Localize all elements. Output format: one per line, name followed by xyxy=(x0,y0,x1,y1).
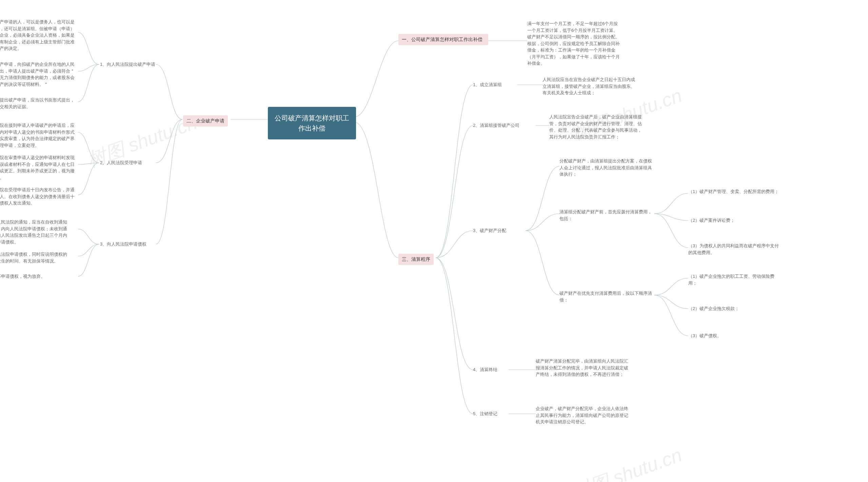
b3-n3-c3: 破产财产在优先支付清算费用后，按以下顺序清偿： xyxy=(559,290,654,303)
b3-n3-c3-i2: （2）破产企业拖欠税款； xyxy=(688,305,739,312)
watermark: 树图 shutu.cn xyxy=(569,442,686,482)
b3-n3-c2-i1: （1）破产财产管理、变卖、分配所需的费用； xyxy=(688,188,783,195)
mindmap-canvas: 树图 shutu.cn 树图 shutu.cn 树图 shutu.cn xyxy=(0,0,868,482)
b2-n3-c3: 债权人到期不申请债权，视为放弃。 xyxy=(0,273,70,280)
b3-n3-c2-i2: （2）破产案件诉讼费； xyxy=(688,217,735,224)
b3-n5[interactable]: 5、注销登记 xyxy=(473,410,497,417)
b2-n2-c1: 人民法院在接到申请人申请破产的申请后，应在七日内对申请人递交的书面申请材料作形式… xyxy=(0,122,78,149)
b2-n1-c1: 提出破产申请的人，可以是债务人，也可以是债权人，还可以是清算组。但被申请（申请）… xyxy=(0,19,78,52)
b3-n4[interactable]: 4、清算终结 xyxy=(473,366,497,373)
b3-n3-c3-i3: （3）破产债权。 xyxy=(688,332,722,339)
b3-n2[interactable]: 2、清算组接管破产公司 xyxy=(473,122,519,129)
b3-n1-leaf: 人民法院应当在宣告企业破产之日起十五日内成立清算组，接管破产企业，清算组应当由股… xyxy=(542,76,637,96)
branch-3[interactable]: 三、清算程序 xyxy=(398,254,434,265)
b3-n2-leaf: 人民法院宣告企业破产后，破产企业由清算组接管，负责对破产企业的财产进行管理、清理… xyxy=(549,114,644,140)
b2-n3[interactable]: 3、向人民法院申请债权 xyxy=(100,241,146,248)
b2-n1-c3: 申请人提出破产申请，应当以书面形式提出，同时提交相关的证据。 xyxy=(0,97,78,110)
b3-n1[interactable]: 1、成立清算组 xyxy=(473,81,502,88)
b2-n3-c2: 债权人向人民法院申请债权，同时应说明债权的性质、债权发生的时间、有无担保等情况。 xyxy=(0,251,70,264)
b2-n2-c3: 人民法院在受理申请后十日内发布公告，并通知债务人。在收到债务人递交的债务清册后十… xyxy=(0,187,78,207)
b2-n2-c2: 人民法院在审查申请人递交的申请材料时发现材料有误或者材料不合，应通知申请人在七日… xyxy=(0,154,78,181)
b3-n3[interactable]: 3、破产财产分配 xyxy=(473,227,506,234)
b2-n1-c2: 提出破产申请，向拟破产的企业所在地的人民法院提出，申请人提出破产申请，必须符合＂… xyxy=(0,61,78,88)
b2-n3-c1: 债权人接到人民法院的通知，应当在自收到通知之日起一个月内向人民法院申请债权；未收… xyxy=(0,219,70,245)
b3-n5-leaf: 企业破产，破产财产分配完毕，企业法人依法终止其民事行为能力，清算组向破产公司的原… xyxy=(536,405,631,425)
b3-n4-leaf: 破产财产清算分配完毕，由清算组向人民法院汇报清算分配工作的情况，并申请人民法院裁… xyxy=(536,358,631,378)
branch-1[interactable]: 一、公司破产清算怎样对职工作出补偿 xyxy=(398,34,488,45)
b2-n2[interactable]: 2、人民法院受理申请 xyxy=(100,159,142,166)
branch-2[interactable]: 二、企业破产申请 xyxy=(183,115,228,127)
branch-1-leaf: 满一年支付一个月工资，不足一年超过6个月按一个月工资计算，低于6个月按半月工资计… xyxy=(527,20,622,67)
root-node[interactable]: 公司破产清算怎样对职工作出补偿 xyxy=(268,107,356,139)
b3-n3-c3-i1: （1）破产企业拖欠的职工工资、劳动保险费用； xyxy=(688,273,783,286)
b3-n3-c1: 分配破产财产，由清算组提出分配方案，在债权人会上讨论通过，报人民法院批准后由清算… xyxy=(559,158,654,178)
b3-n3-c2: 清算组分配破产财产前，首先应拨付清算费用，包括： xyxy=(559,209,654,222)
b3-n3-c2-i3: （3）为债权人的共同利益而在破产程序中支付的其他费用。 xyxy=(688,243,783,256)
b2-n1[interactable]: 1、向人民法院提出破产申请 xyxy=(100,61,155,68)
